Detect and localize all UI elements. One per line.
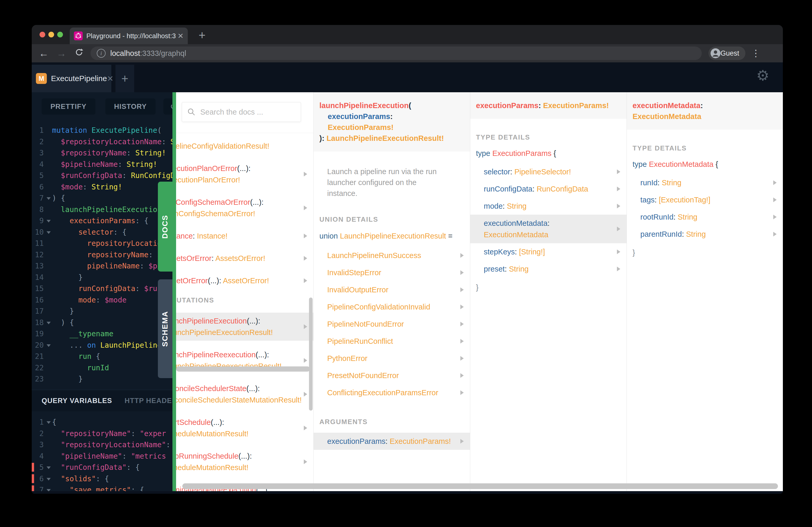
code-line[interactable]: 2 "repositoryName": "exper [32, 428, 172, 439]
docs-item[interactable]: executionPlanOrError(...):ExecutionPlanO… [176, 160, 314, 188]
union-member[interactable]: PythonError [314, 350, 470, 367]
browser-menu-icon[interactable]: ⋮ [751, 48, 760, 59]
address-bar[interactable]: i localhost:3333/graphql [90, 46, 702, 60]
code-line[interactable]: 13 pipelineName: $pipelineName [32, 260, 172, 272]
browser-tab[interactable]: Playground - http://localhost:3 ✕ [70, 28, 188, 44]
tab-http-headers[interactable]: HTTP HEADERS [125, 397, 172, 405]
back-icon[interactable]: ← [38, 48, 49, 59]
history-button[interactable]: HISTORY [105, 99, 156, 115]
union-member[interactable]: InvalidStepError [314, 264, 470, 281]
code-line[interactable]: 7) { [32, 193, 172, 204]
docs-item[interactable]: reconcileSchedulerState(...):ReconcileSc… [176, 380, 314, 408]
union-member[interactable]: InvalidOutputError [314, 281, 470, 298]
docs-item[interactable]: launchPipelineExecution(...):LaunchPipel… [176, 313, 314, 341]
tab-query-variables[interactable]: QUERY VARIABLES [42, 397, 112, 405]
code-line[interactable]: 15 runConfigData: $runConfigData [32, 283, 172, 295]
code-line[interactable]: 1{ [32, 417, 172, 428]
code-line[interactable]: 11 repositoryLocationName: $repositoryLo… [32, 238, 172, 249]
docs-item[interactable]: stopRunningSchedule(...):ScheduleMutatio… [176, 448, 314, 476]
docs-side-tab[interactable]: DOCS [158, 182, 172, 272]
variables-editor[interactable]: 1{2 "repositoryName": "exper3 "repositor… [32, 417, 172, 491]
fold-arrow-icon[interactable] [45, 417, 52, 428]
code-line[interactable]: 5 $runConfigData: RunConfigData! [32, 170, 172, 181]
union-member[interactable]: PipelineNotFoundError [314, 315, 470, 333]
column1-vertical-scrollbar[interactable] [309, 298, 313, 410]
code-line[interactable]: 17 } [32, 305, 172, 317]
union-member[interactable]: PresetNotFoundError [314, 367, 470, 384]
schema-side-tab[interactable]: SCHEMA [158, 280, 172, 378]
reload-icon[interactable] [73, 48, 85, 59]
fold-arrow-icon[interactable] [45, 473, 52, 485]
fold-arrow-icon[interactable] [45, 462, 52, 473]
code-line[interactable]: 9 executionParams: { [32, 215, 172, 227]
forward-icon[interactable]: → [56, 48, 67, 59]
union-member[interactable]: LaunchPipelineRunSuccess [314, 247, 470, 264]
site-info-icon[interactable]: i [97, 49, 106, 58]
union-member[interactable]: ConflictingExecutionParamsError [314, 384, 470, 401]
code-line[interactable]: 4 $pipelineName: String! [32, 159, 172, 170]
type-field[interactable]: rootRunId: String [627, 208, 783, 226]
code-line[interactable]: 20 ... on LaunchPipelineRunSuccess { [32, 340, 172, 351]
code-line[interactable]: 3 $repositoryName: String! [32, 147, 172, 159]
code-line[interactable]: 6 $mode: String! [32, 181, 172, 193]
zoom-window-button[interactable] [57, 32, 63, 37]
code-line[interactable]: 8 launchPipelineExecution( [32, 204, 172, 215]
code-line[interactable]: 22 runId [32, 362, 172, 374]
code-line[interactable]: 4 "pipelineName": "metrics [32, 451, 172, 462]
code-line[interactable]: 16 mode: $mode [32, 295, 172, 306]
type-field[interactable]: selector: PipelineSelector! [470, 163, 626, 180]
code-line[interactable]: 12 repositoryName: $repositoryName [32, 249, 172, 261]
endpoint-input[interactable]: ↺http://loc [163, 99, 172, 115]
tab-close-icon[interactable]: ✕ [178, 32, 184, 40]
type-field[interactable]: parentRunId: String [627, 226, 783, 243]
minimize-window-button[interactable] [48, 32, 54, 37]
fold-arrow-icon[interactable] [45, 484, 52, 491]
code-line[interactable]: 6 "solids": { [32, 473, 172, 485]
fold-arrow-icon[interactable] [45, 340, 52, 351]
code-line[interactable]: 7 "save_metrics": { [32, 484, 172, 491]
docs-item[interactable]: instance: Instance! [176, 228, 314, 244]
type-field[interactable]: runConfigData: RunConfigData [470, 180, 626, 197]
type-field[interactable]: stepKeys: [String!] [470, 243, 626, 260]
code-line[interactable]: 14 } [32, 272, 172, 283]
type-field[interactable]: mode: String [470, 197, 626, 215]
code-line[interactable]: 1mutation ExecutePipeline( [32, 125, 172, 136]
playground-tab-close-icon[interactable]: ✕ [107, 74, 113, 83]
docs-item[interactable]: assetsOrError: AssetsOrError! [176, 250, 314, 267]
code-line[interactable]: 10 selector: { [32, 227, 172, 238]
search-input[interactable] [200, 108, 295, 117]
code-line[interactable]: 23 } [32, 373, 172, 385]
docs-item[interactable]: PipelineConfigValidationResult! [176, 138, 314, 154]
column1-horizontal-scrollbar[interactable] [176, 366, 310, 372]
docs-resize-handle[interactable] [172, 92, 176, 491]
union-member[interactable]: PipelineConfigValidationInvalid [314, 298, 470, 315]
playground-new-tab-button[interactable]: + [115, 65, 134, 92]
docs-item[interactable]: runConfigSchemaOrError(...):RunConfigSch… [176, 194, 314, 222]
code-line[interactable]: 2 $repositoryLocationName: String! [32, 136, 172, 148]
fold-arrow-icon[interactable] [45, 317, 52, 329]
type-field[interactable]: executionMetadata:ExecutionMetadata [470, 215, 626, 243]
settings-gear-icon[interactable]: ⚙ [756, 67, 769, 84]
type-field[interactable]: tags: [ExecutionTag!] [627, 191, 783, 208]
prettify-button[interactable]: PRETTIFY [42, 99, 96, 115]
docs-search-box[interactable] [182, 102, 301, 122]
close-window-button[interactable] [40, 32, 45, 37]
query-editor[interactable]: 1mutation ExecutePipeline(2 $repositoryL… [32, 125, 172, 385]
type-field[interactable]: preset: String [470, 260, 626, 277]
code-line[interactable]: 5 "runConfigData": { [32, 462, 172, 473]
docs-item[interactable]: assetOrError(...): AssetOrError! [176, 272, 314, 289]
fold-arrow-icon[interactable] [45, 227, 52, 238]
code-line[interactable]: 19 __typename [32, 328, 172, 340]
code-line[interactable]: 18 ) { [32, 317, 172, 329]
argument-execution-params[interactable]: executionParams: ExecutionParams! [314, 433, 470, 450]
union-member[interactable]: PipelineRunConflict [314, 333, 470, 350]
code-line[interactable]: 3 "repositoryLocationName": [32, 439, 172, 451]
profile-button[interactable]: Guest [709, 46, 745, 60]
type-field[interactable]: runId: String [627, 174, 783, 191]
fold-arrow-icon[interactable] [45, 193, 52, 204]
code-line[interactable]: 21 run { [32, 351, 172, 362]
docs-item[interactable]: startSchedule(...):ScheduleMutationResul… [176, 414, 314, 442]
docs-horizontal-scrollbar[interactable] [182, 483, 778, 489]
fold-arrow-icon[interactable] [45, 215, 52, 227]
playground-tab[interactable]: M ExecutePipeline ✕ [32, 65, 111, 92]
